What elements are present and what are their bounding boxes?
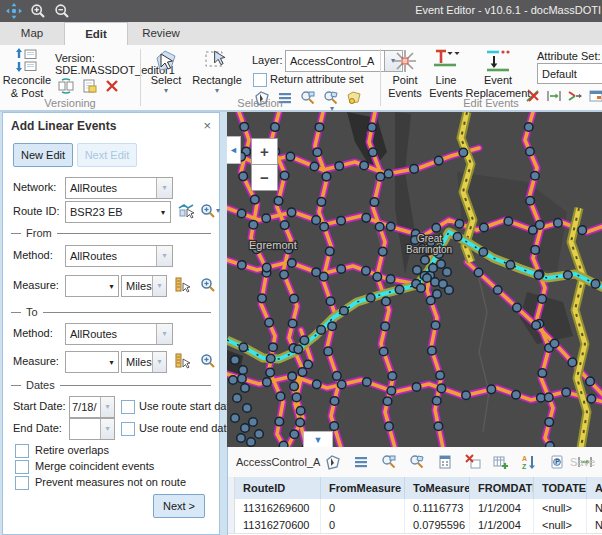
table-layer-name: AccessControl_A: [236, 456, 324, 468]
zoom-to-measure-icon[interactable]: [199, 276, 216, 293]
tab-strip: Map Edit Review: [0, 22, 602, 46]
table-row[interactable]: 1131627060000.07955961/1/2004<null>No: [228, 516, 602, 534]
from-measure-combobox[interactable]: ▾: [65, 275, 119, 297]
point-events-button[interactable]: Point Events: [386, 48, 424, 99]
row-selector[interactable]: [228, 499, 235, 516]
column-header-ACCESS[interactable]: ACCESS: [587, 477, 602, 499]
map-zoom-out-button[interactable]: −: [251, 164, 278, 191]
column-header-RouteID[interactable]: RouteID: [235, 477, 321, 499]
clear-selection-icon[interactable]: [464, 454, 481, 471]
delete-version-icon[interactable]: [103, 77, 120, 94]
line-events-button[interactable]: Line Events: [428, 48, 464, 99]
tab-map[interactable]: Map: [8, 22, 56, 44]
network-combobox[interactable]: AllRoutes ▾: [65, 177, 173, 199]
chevron-down-icon: ▾: [105, 282, 118, 291]
tab-review[interactable]: Review: [134, 22, 188, 44]
next-edit-button[interactable]: Next Edit: [77, 143, 137, 167]
chevron-down-icon[interactable]: ▾: [164, 87, 168, 95]
to-units-combobox[interactable]: Miles ▾: [121, 351, 167, 373]
cell: 11316270600: [235, 516, 321, 533]
attribute-set-value: Default: [538, 68, 602, 80]
cell: 1/1/2004: [470, 516, 534, 533]
from-measure-label: Measure:: [13, 279, 59, 291]
cell: 11316269600: [235, 499, 321, 516]
add-linear-events-panel: Add Linear Events × New Edit Next Edit N…: [2, 112, 220, 535]
layer-combobox[interactable]: AccessControl_A: [285, 50, 385, 72]
use-route-start-checkbox[interactable]: [121, 400, 135, 414]
zoom-to-route-icon[interactable]: [199, 202, 216, 219]
svg-text:A: A: [522, 455, 527, 462]
use-route-end-checkbox[interactable]: [121, 422, 135, 436]
zoom-in-icon[interactable]: [28, 2, 48, 20]
end-date-combobox[interactable]: ▾: [69, 418, 115, 440]
add-record-icon[interactable]: [492, 454, 509, 471]
minus-icon: −: [260, 169, 269, 186]
column-header-FROMDATE[interactable]: FROMDATE: [470, 477, 534, 499]
zoom-out-icon[interactable]: [52, 2, 72, 20]
calculate-icon[interactable]: [436, 454, 453, 471]
svg-text:Z: Z: [522, 463, 527, 470]
new-version-icon[interactable]: [80, 77, 97, 94]
cell: No: [587, 516, 602, 533]
route-id-label: Route ID:: [13, 205, 59, 217]
from-method-combobox[interactable]: AllRoutes ▾: [65, 245, 173, 267]
panel-title: Add Linear Events: [11, 119, 116, 133]
reconcile-post-button[interactable]: Reconcile & Post: [4, 48, 50, 99]
next-button[interactable]: Next >: [153, 494, 205, 518]
route-id-combobox[interactable]: BSR23 EB ▾: [65, 201, 171, 223]
selection-list-icon[interactable]: [352, 454, 369, 471]
select-polygon-icon[interactable]: [324, 454, 341, 471]
identify-icon[interactable]: P: [548, 454, 565, 471]
prevent-measures-checkbox[interactable]: [15, 476, 29, 490]
new-edit-button[interactable]: New Edit: [13, 143, 73, 167]
chevron-down-icon: ▾: [156, 324, 172, 344]
layer-value: AccessControl_A: [286, 55, 384, 67]
from-method-label: Method:: [13, 249, 53, 261]
close-icon[interactable]: ×: [203, 119, 211, 132]
map-canvas[interactable]: EgremontGreatBarrington ◄ + − ▼: [227, 112, 602, 447]
edit-events-group-label: Edit Events: [380, 97, 602, 109]
chevron-down-icon: ▾: [156, 208, 170, 217]
version-label: Version:: [55, 52, 95, 64]
collapse-panel-left-icon[interactable]: ◄: [227, 136, 241, 164]
rectangle-select-button[interactable]: Rectangle ▾: [190, 48, 244, 95]
table-row[interactable]: 1131626960000.11167731/1/2004<null>No: [228, 499, 602, 517]
zoom-selection-icon[interactable]: [380, 454, 397, 471]
zoom-to-measure-icon[interactable]: [199, 352, 216, 369]
from-units-combobox[interactable]: Miles ▾: [121, 275, 167, 297]
column-header-TODATE[interactable]: TODATE: [534, 477, 587, 499]
map-zoom-in-button[interactable]: +: [251, 138, 278, 165]
chevron-down-icon[interactable]: ▾: [216, 207, 220, 215]
merge-coincident-checkbox[interactable]: [15, 460, 29, 474]
to-method-label: Method:: [13, 327, 53, 339]
to-method-combobox[interactable]: AllRoutes ▾: [65, 323, 173, 345]
row-selector[interactable]: [228, 516, 235, 533]
sort-icon[interactable]: AZ: [520, 454, 537, 471]
map-place-label: Barrington: [406, 244, 452, 255]
table-toolbar: AccessControl_A AZP Save: [228, 447, 602, 478]
start-date-combobox[interactable]: 7/18/ ▾: [69, 396, 115, 418]
pan-icon[interactable]: [4, 2, 24, 20]
column-header-ToMeasure[interactable]: ToMeasure: [405, 477, 470, 499]
swap-version-icon[interactable]: [57, 77, 74, 94]
chevron-down-icon[interactable]: ▾: [215, 87, 219, 95]
collapse-table-icon[interactable]: ▼: [303, 431, 333, 447]
attribute-set-combobox[interactable]: Default: [537, 63, 602, 84]
zoom-selection-2-icon[interactable]: [408, 454, 425, 471]
chevron-down-icon: ▾: [105, 358, 118, 367]
pick-measure-icon[interactable]: [173, 352, 190, 369]
tab-edit[interactable]: Edit: [64, 22, 128, 47]
network-value: AllRoutes: [66, 182, 156, 194]
event-replacement-button[interactable]: Event Replacement: [466, 48, 530, 99]
save-button[interactable]: Save: [570, 456, 595, 468]
return-attribute-checkbox[interactable]: [253, 73, 267, 87]
to-measure-combobox[interactable]: ▾: [65, 351, 119, 373]
pick-measure-icon[interactable]: [173, 276, 190, 293]
select-route-on-map-icon[interactable]: [177, 202, 194, 219]
retire-overlaps-checkbox[interactable]: [15, 444, 29, 458]
to-separator: To: [11, 306, 211, 318]
ribbon: Reconcile & Post Version: SDE.MASSDOT_ed…: [0, 45, 602, 112]
column-header-FromMeasure[interactable]: FromMeasure: [321, 477, 405, 499]
start-date-label: Start Date:: [13, 400, 66, 412]
select-button[interactable]: Select ▾: [146, 48, 186, 95]
